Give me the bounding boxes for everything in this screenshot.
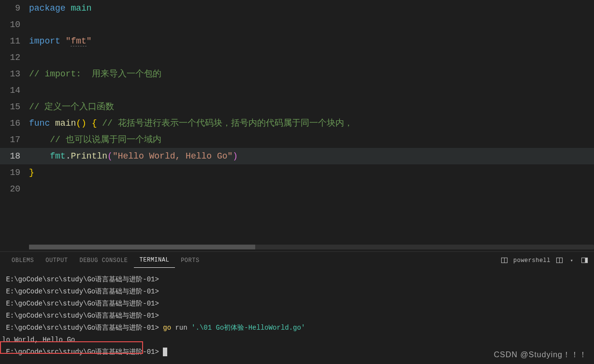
code-line[interactable]: 17 // 也可以说属于同一个域内 [0,131,594,148]
line-number: 17 [0,131,29,148]
code-editor[interactable]: 9package main1011import "fmt"1213// impo… [0,0,594,251]
code-line[interactable]: 13// import: 用来导入一个包的 [0,66,594,82]
split-editor-icon[interactable] [555,257,563,264]
code-content: // 也可以说属于同一个域内 [29,131,161,148]
tab-output[interactable]: OUTPUT [40,253,73,268]
tab-problems[interactable]: OBLEMS [6,253,40,268]
tab-debug-console[interactable]: DEBUG CONSOLE [73,253,133,268]
editor-horizontal-scrollbar[interactable] [29,245,594,249]
line-number: 13 [0,66,29,82]
terminal-shell-label[interactable]: powershell [513,257,551,264]
code-line[interactable]: 14 [0,82,594,99]
tab-ports[interactable]: PORTS [175,253,205,268]
line-number: 9 [0,0,29,16]
code-line[interactable]: 15// 定义一个入口函数 [0,99,594,115]
terminal-line: E:\goCode\src\study\Go语言基础与进阶-01> [2,298,592,310]
svg-rect-5 [585,258,587,262]
chevron-down-icon[interactable]: ▾ [568,257,576,264]
terminal-line: E:\goCode\src\study\Go语言基础与进阶-01> [2,274,592,286]
line-number: 15 [0,99,29,115]
bottom-panel: OBLEMS OUTPUT DEBUG CONSOLE TERMINAL POR… [0,251,594,364]
panel-tabs: OBLEMS OUTPUT DEBUG CONSOLE TERMINAL POR… [0,252,594,269]
terminal-line: E:\goCode\src\study\Go语言基础与进阶-01> [2,310,592,322]
panel-toolbar: powershell ▾ [501,257,588,264]
terminal-line: E:\goCode\src\study\Go语言基础与进阶-01> [2,286,592,298]
line-number: 12 [0,49,29,66]
split-terminal-icon[interactable] [501,257,508,264]
terminal-line: lo World, Hello Go [2,334,592,346]
line-number: 19 [0,164,29,181]
terminal-content[interactable]: E:\goCode\src\study\Go语言基础与进阶-01> E:\goC… [0,269,594,360]
watermark-text: CSDN @Studying！！！ [494,350,587,360]
terminal-line: E:\goCode\src\study\Go语言基础与进阶-01> go run… [2,322,592,334]
code-line[interactable]: 20 [0,181,594,197]
line-number: 10 [0,16,29,33]
code-line[interactable]: 10 [0,16,594,33]
line-number: 18 [0,148,29,164]
code-line[interactable]: 16func main() { // 花括号进行表示一个代码块，括号内的代码属于… [0,115,594,131]
code-content: package main [29,0,92,16]
line-number: 11 [0,33,29,49]
code-content: // 定义一个入口函数 [29,99,114,115]
code-content: // import: 用来导入一个包的 [29,66,161,82]
code-content: import "fmt" [29,33,92,49]
line-number: 14 [0,82,29,99]
code-line[interactable]: 12 [0,49,594,66]
code-content: } [29,164,34,181]
tab-terminal[interactable]: TERMINAL [134,253,175,268]
code-content: fmt.Println("Hello World, Hello Go") [29,148,238,164]
code-line[interactable]: 18 fmt.Println("Hello World, Hello Go") [0,148,594,164]
line-number: 20 [0,181,29,197]
panel-layout-icon[interactable] [580,257,588,264]
code-line[interactable]: 19} [0,164,594,181]
code-line[interactable]: 11import "fmt" [0,33,594,49]
code-line[interactable]: 9package main [0,0,594,16]
code-content: func main() { // 花括号进行表示一个代码块，括号内的代码属于同一… [29,115,353,131]
line-number: 16 [0,115,29,131]
